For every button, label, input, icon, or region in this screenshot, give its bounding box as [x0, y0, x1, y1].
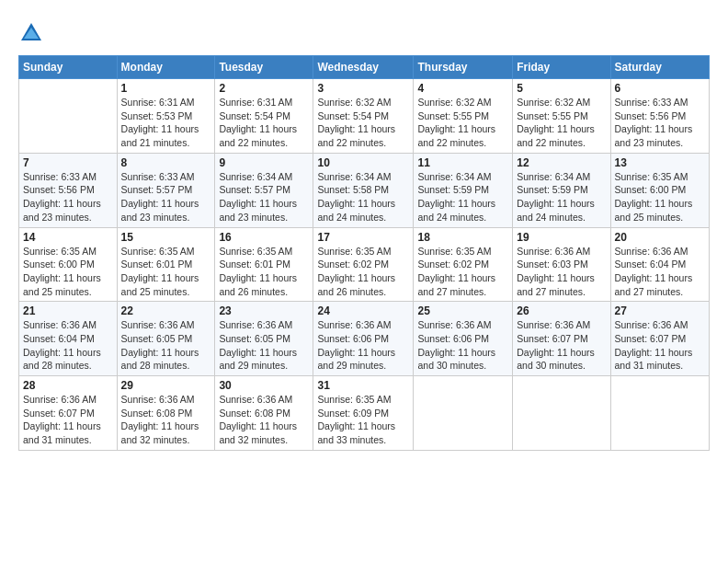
- day-info: Sunrise: 6:36 AM Sunset: 6:07 PM Dayligh…: [23, 393, 113, 447]
- day-number: 31: [317, 379, 409, 392]
- weekday-header: Thursday: [414, 56, 513, 79]
- calendar-cell: 21Sunrise: 6:36 AM Sunset: 6:04 PM Dayli…: [19, 302, 118, 376]
- calendar-cell: 26Sunrise: 6:36 AM Sunset: 6:07 PM Dayli…: [513, 302, 610, 376]
- day-number: 16: [219, 231, 309, 244]
- day-number: 2: [219, 82, 309, 95]
- day-info: Sunrise: 6:36 AM Sunset: 6:04 PM Dayligh…: [615, 245, 705, 299]
- day-number: 29: [121, 379, 211, 392]
- day-number: 9: [219, 156, 309, 169]
- day-number: 4: [417, 82, 508, 95]
- logo: [18, 20, 46, 46]
- day-number: 20: [615, 231, 705, 244]
- calendar-body: 1Sunrise: 6:31 AM Sunset: 5:53 PM Daylig…: [19, 79, 710, 451]
- day-number: 15: [121, 231, 211, 244]
- calendar-cell: 25Sunrise: 6:36 AM Sunset: 6:06 PM Dayli…: [414, 302, 513, 376]
- day-number: 17: [317, 231, 409, 244]
- day-info: Sunrise: 6:33 AM Sunset: 5:56 PM Dayligh…: [615, 96, 705, 150]
- header: [18, 17, 710, 46]
- day-info: Sunrise: 6:36 AM Sunset: 6:04 PM Dayligh…: [23, 318, 113, 373]
- day-info: Sunrise: 6:32 AM Sunset: 5:54 PM Dayligh…: [317, 96, 409, 150]
- calendar-week-row: 28Sunrise: 6:36 AM Sunset: 6:07 PM Dayli…: [19, 376, 710, 451]
- weekday-header: Wednesday: [313, 56, 414, 79]
- calendar-cell: 20Sunrise: 6:36 AM Sunset: 6:04 PM Dayli…: [610, 227, 709, 302]
- calendar-cell: 27Sunrise: 6:36 AM Sunset: 6:07 PM Dayli…: [610, 302, 709, 376]
- calendar-cell: 4Sunrise: 6:32 AM Sunset: 5:55 PM Daylig…: [414, 79, 513, 154]
- day-number: 12: [517, 156, 606, 169]
- day-number: 28: [23, 379, 113, 392]
- calendar-cell: 12Sunrise: 6:34 AM Sunset: 5:59 PM Dayli…: [513, 153, 610, 227]
- weekday-header: Monday: [117, 56, 215, 79]
- day-info: Sunrise: 6:36 AM Sunset: 6:05 PM Dayligh…: [219, 318, 309, 373]
- day-info: Sunrise: 6:36 AM Sunset: 6:07 PM Dayligh…: [615, 318, 705, 373]
- day-info: Sunrise: 6:33 AM Sunset: 5:57 PM Dayligh…: [121, 170, 211, 224]
- calendar: SundayMondayTuesdayWednesdayThursdayFrid…: [18, 55, 710, 451]
- weekday-header: Friday: [513, 56, 610, 79]
- day-number: 24: [317, 304, 409, 317]
- calendar-week-row: 7Sunrise: 6:33 AM Sunset: 5:56 PM Daylig…: [19, 153, 710, 227]
- day-number: 6: [615, 82, 705, 95]
- calendar-cell: [19, 79, 118, 154]
- calendar-cell: 3Sunrise: 6:32 AM Sunset: 5:54 PM Daylig…: [313, 79, 414, 154]
- calendar-cell: 2Sunrise: 6:31 AM Sunset: 5:54 PM Daylig…: [215, 79, 313, 154]
- day-info: Sunrise: 6:35 AM Sunset: 6:01 PM Dayligh…: [121, 245, 211, 299]
- day-number: 19: [517, 231, 606, 244]
- day-info: Sunrise: 6:32 AM Sunset: 5:55 PM Dayligh…: [517, 96, 606, 150]
- weekday-header: Sunday: [19, 56, 118, 79]
- calendar-cell: [414, 376, 513, 451]
- day-number: 5: [517, 82, 606, 95]
- day-info: Sunrise: 6:35 AM Sunset: 6:00 PM Dayligh…: [615, 170, 705, 224]
- calendar-cell: 16Sunrise: 6:35 AM Sunset: 6:01 PM Dayli…: [215, 227, 313, 302]
- day-info: Sunrise: 6:35 AM Sunset: 6:09 PM Dayligh…: [317, 393, 409, 447]
- calendar-cell: 30Sunrise: 6:36 AM Sunset: 6:08 PM Dayli…: [215, 376, 313, 451]
- calendar-cell: [513, 376, 610, 451]
- calendar-cell: 24Sunrise: 6:36 AM Sunset: 6:06 PM Dayli…: [313, 302, 414, 376]
- day-number: 13: [615, 156, 705, 169]
- day-info: Sunrise: 6:34 AM Sunset: 5:58 PM Dayligh…: [317, 170, 409, 224]
- day-info: Sunrise: 6:36 AM Sunset: 6:06 PM Dayligh…: [417, 318, 508, 373]
- calendar-cell: 11Sunrise: 6:34 AM Sunset: 5:59 PM Dayli…: [414, 153, 513, 227]
- calendar-cell: 13Sunrise: 6:35 AM Sunset: 6:00 PM Dayli…: [610, 153, 709, 227]
- calendar-cell: 22Sunrise: 6:36 AM Sunset: 6:05 PM Dayli…: [117, 302, 215, 376]
- calendar-cell: 6Sunrise: 6:33 AM Sunset: 5:56 PM Daylig…: [610, 79, 709, 154]
- weekday-header: Tuesday: [215, 56, 313, 79]
- day-number: 1: [121, 82, 211, 95]
- day-info: Sunrise: 6:36 AM Sunset: 6:06 PM Dayligh…: [317, 318, 409, 373]
- calendar-cell: [610, 376, 709, 451]
- day-info: Sunrise: 6:36 AM Sunset: 6:08 PM Dayligh…: [219, 393, 309, 447]
- day-info: Sunrise: 6:35 AM Sunset: 6:02 PM Dayligh…: [417, 245, 508, 299]
- day-info: Sunrise: 6:35 AM Sunset: 6:01 PM Dayligh…: [219, 245, 309, 299]
- calendar-cell: 7Sunrise: 6:33 AM Sunset: 5:56 PM Daylig…: [19, 153, 118, 227]
- calendar-cell: 28Sunrise: 6:36 AM Sunset: 6:07 PM Dayli…: [19, 376, 118, 451]
- logo-icon: [18, 20, 44, 46]
- day-number: 10: [317, 156, 409, 169]
- day-number: 22: [121, 304, 211, 317]
- day-number: 3: [317, 82, 409, 95]
- day-info: Sunrise: 6:35 AM Sunset: 6:00 PM Dayligh…: [23, 245, 113, 299]
- day-info: Sunrise: 6:31 AM Sunset: 5:54 PM Dayligh…: [219, 96, 309, 150]
- day-number: 30: [219, 379, 309, 392]
- day-number: 21: [23, 304, 113, 317]
- day-number: 18: [417, 231, 508, 244]
- calendar-week-row: 1Sunrise: 6:31 AM Sunset: 5:53 PM Daylig…: [19, 79, 710, 154]
- calendar-cell: 8Sunrise: 6:33 AM Sunset: 5:57 PM Daylig…: [117, 153, 215, 227]
- calendar-week-row: 14Sunrise: 6:35 AM Sunset: 6:00 PM Dayli…: [19, 227, 710, 302]
- day-number: 27: [615, 304, 705, 317]
- day-info: Sunrise: 6:32 AM Sunset: 5:55 PM Dayligh…: [417, 96, 508, 150]
- calendar-cell: 23Sunrise: 6:36 AM Sunset: 6:05 PM Dayli…: [215, 302, 313, 376]
- day-number: 14: [23, 231, 113, 244]
- day-number: 25: [417, 304, 508, 317]
- day-number: 11: [417, 156, 508, 169]
- day-number: 7: [23, 156, 113, 169]
- calendar-cell: 14Sunrise: 6:35 AM Sunset: 6:00 PM Dayli…: [19, 227, 118, 302]
- calendar-cell: 17Sunrise: 6:35 AM Sunset: 6:02 PM Dayli…: [313, 227, 414, 302]
- weekday-row: SundayMondayTuesdayWednesdayThursdayFrid…: [19, 56, 710, 79]
- calendar-week-row: 21Sunrise: 6:36 AM Sunset: 6:04 PM Dayli…: [19, 302, 710, 376]
- day-info: Sunrise: 6:36 AM Sunset: 6:08 PM Dayligh…: [121, 393, 211, 447]
- day-info: Sunrise: 6:36 AM Sunset: 6:03 PM Dayligh…: [517, 245, 606, 299]
- calendar-cell: 19Sunrise: 6:36 AM Sunset: 6:03 PM Dayli…: [513, 227, 610, 302]
- day-info: Sunrise: 6:31 AM Sunset: 5:53 PM Dayligh…: [121, 96, 211, 150]
- calendar-cell: 15Sunrise: 6:35 AM Sunset: 6:01 PM Dayli…: [117, 227, 215, 302]
- page: SundayMondayTuesdayWednesdayThursdayFrid…: [0, 0, 728, 563]
- calendar-cell: 31Sunrise: 6:35 AM Sunset: 6:09 PM Dayli…: [313, 376, 414, 451]
- calendar-cell: 29Sunrise: 6:36 AM Sunset: 6:08 PM Dayli…: [117, 376, 215, 451]
